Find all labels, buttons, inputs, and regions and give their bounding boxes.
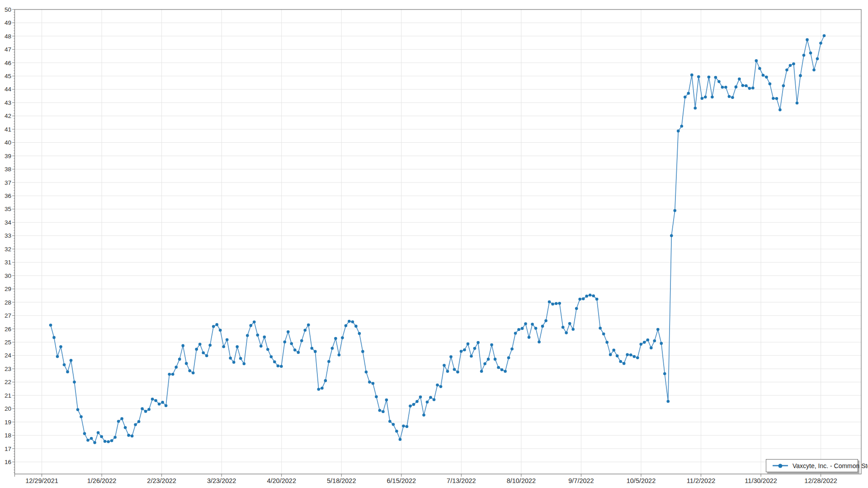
legend[interactable]: Vaxcyte, Inc. - Common Stock — [766, 459, 858, 472]
x-axis-label: 9/7/2022 — [568, 477, 594, 484]
y-axis-label: 37 — [5, 179, 11, 186]
x-axis-label: 10/5/2022 — [627, 477, 656, 484]
y-axis-label: 22 — [5, 379, 11, 385]
y-axis-label: 41 — [5, 126, 11, 133]
y-axis-label: 39 — [5, 153, 11, 160]
y-axis-label: 32 — [5, 246, 11, 253]
y-axis-label: 35 — [5, 206, 11, 212]
plot-frame — [15, 9, 862, 474]
y-axis-label: 28 — [5, 299, 11, 306]
y-axis-label: 44 — [5, 86, 12, 93]
y-axis-label: 24 — [5, 352, 12, 359]
y-axis-label: 40 — [5, 139, 11, 146]
price-line — [51, 36, 824, 443]
y-axis-label: 18 — [5, 432, 11, 439]
stock-price-chart: 5049484746454443424140393837363534333231… — [0, 0, 868, 488]
y-axis-label: 46 — [5, 60, 11, 66]
x-axis-label: 11/2/2022 — [687, 477, 715, 484]
x-axis-label: 7/13/2022 — [447, 477, 476, 484]
x-axis-label: 1/26/2022 — [87, 477, 117, 484]
y-axis-label: 33 — [5, 232, 11, 239]
y-axis-label: 42 — [5, 113, 11, 119]
x-axis-label: 2/23/2022 — [147, 477, 176, 484]
x-axis-label: 8/10/2022 — [507, 477, 536, 484]
x-axis-label: 12/28/2022 — [804, 477, 837, 484]
y-axis-label: 23 — [5, 366, 11, 372]
x-axis-label: 12/29/2021 — [25, 477, 58, 484]
x-axis-label: 6/15/2022 — [387, 477, 416, 484]
chart-window: 5049484746454443424140393837363534333231… — [0, 0, 868, 488]
y-axis-label: 25 — [5, 339, 11, 346]
price-markers — [49, 34, 826, 444]
y-axis-label: 47 — [5, 46, 11, 53]
y-axis-label: 27 — [5, 312, 11, 319]
x-axis-label: 11/30/2022 — [745, 477, 777, 484]
y-axis-label: 29 — [5, 286, 11, 292]
y-axis-label: 19 — [5, 419, 11, 426]
y-axis-label: 16 — [5, 459, 11, 465]
x-axis-label: 4/20/2022 — [267, 477, 296, 484]
y-axis-label: 20 — [5, 405, 11, 412]
y-axis-label: 45 — [5, 73, 11, 80]
legend-label: Vaxcyte, Inc. - Common Stock — [793, 462, 868, 469]
line-marker-icon — [773, 465, 788, 466]
x-axis-label: 5/18/2022 — [327, 477, 356, 484]
y-axis-label: 17 — [5, 446, 11, 452]
y-axis-label: 48 — [5, 33, 11, 40]
y-axis-label: 31 — [5, 259, 11, 266]
y-axis-label: 26 — [5, 326, 11, 333]
y-axis-label: 30 — [5, 272, 11, 279]
y-axis-label: 38 — [5, 166, 11, 173]
y-axis-label: 49 — [5, 19, 11, 26]
y-axis-label: 34 — [5, 219, 12, 226]
y-axis-label: 36 — [5, 192, 11, 199]
y-axis-label: 43 — [5, 99, 11, 106]
y-axis-label: 50 — [5, 6, 11, 13]
x-axis-label: 3/23/2022 — [207, 477, 236, 484]
y-axis-label: 21 — [5, 392, 11, 399]
